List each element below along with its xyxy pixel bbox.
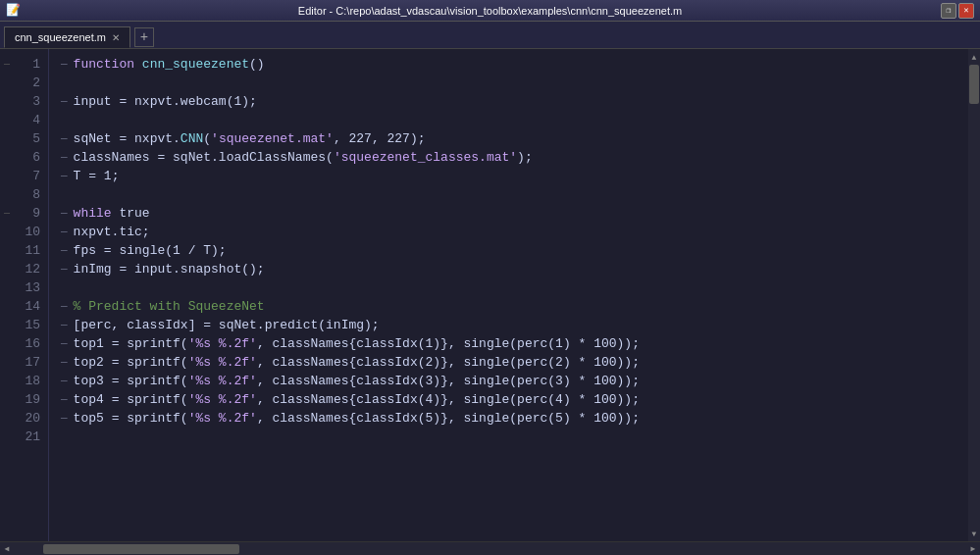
line-dash: — (61, 241, 68, 260)
code-line-13[interactable] (49, 278, 968, 297)
code-line-11[interactable]: — fps = single(1 / T); (49, 241, 968, 260)
h-scroll-track[interactable] (14, 542, 966, 555)
code-content: top3 = sprintf('%s %.2f', classNames{cla… (74, 372, 640, 390)
code-line-6[interactable]: — classNames = sqNet.loadClassNames('squ… (49, 148, 968, 167)
tab-bar: cnn_squeezenet.m ✕ + (0, 22, 980, 49)
line-dash: — (61, 167, 68, 185)
line-num-text: 5 (32, 129, 40, 148)
code-line-9[interactable]: — while true (49, 204, 968, 223)
line-dash: — (61, 372, 68, 390)
line-num-text: 16 (25, 334, 40, 353)
line-number-13: 13 (0, 278, 48, 297)
line-num-text: 1 (32, 55, 40, 74)
line-dash: — (61, 297, 68, 316)
line-num-text: 17 (25, 353, 40, 372)
line-dash: — (61, 204, 68, 223)
line-number-12: 12 (0, 260, 48, 278)
scroll-right-button[interactable]: ▶ (966, 542, 980, 556)
line-dash: — (61, 129, 68, 148)
line-number-1: —1 (0, 55, 48, 74)
fold-button-9[interactable]: — (4, 204, 10, 223)
line-num-text: 20 (25, 409, 40, 428)
line-number-11: 11 (0, 241, 48, 260)
line-number-2: 2 (0, 74, 48, 92)
code-line-18[interactable]: — top3 = sprintf('%s %.2f', classNames{c… (49, 372, 968, 390)
code-content: while true (74, 204, 150, 223)
line-number-4: 4 (0, 111, 48, 129)
code-area[interactable]: —function cnn_squeezenet()— input = nxpv… (49, 49, 968, 541)
code-content: nxpvt.tic; (74, 223, 150, 241)
tab-close-button[interactable]: ✕ (112, 32, 120, 43)
line-number-3: 3 (0, 92, 48, 111)
line-num-text: 2 (32, 74, 40, 92)
scroll-track[interactable] (968, 65, 980, 526)
restore-button[interactable]: ❐ (941, 3, 956, 19)
code-line-19[interactable]: — top4 = sprintf('%s %.2f', classNames{c… (49, 390, 968, 409)
line-dash: — (61, 334, 68, 353)
code-content: top1 = sprintf('%s %.2f', classNames{cla… (74, 334, 640, 353)
line-num-text: 21 (25, 428, 40, 446)
line-dash: — (61, 260, 68, 278)
code-line-2[interactable] (49, 74, 968, 92)
line-number-6: 6 (0, 148, 48, 167)
window-controls: ❐ ✕ (941, 3, 974, 19)
line-number-19: 19 (0, 390, 48, 409)
code-content: input = nxpvt.webcam(1); (74, 92, 257, 111)
scroll-thumb[interactable] (969, 65, 979, 104)
line-num-text: 6 (32, 148, 40, 167)
tab-cnn-squeezenet[interactable]: cnn_squeezenet.m ✕ (4, 26, 130, 48)
editor-body: —12345678—9101112131415161718192021 —fun… (0, 49, 980, 541)
code-content: sqNet = nxpvt.CNN('squeezenet.mat', 227,… (74, 129, 426, 148)
code-line-5[interactable]: — sqNet = nxpvt.CNN('squeezenet.mat', 22… (49, 129, 968, 148)
code-line-20[interactable]: — top5 = sprintf('%s %.2f', classNames{c… (49, 409, 968, 428)
code-line-21[interactable] (49, 428, 968, 446)
code-line-17[interactable]: — top2 = sprintf('%s %.2f', classNames{c… (49, 353, 968, 372)
scroll-down-button[interactable]: ▼ (968, 526, 980, 541)
code-line-12[interactable]: — inImg = input.snapshot(); (49, 260, 968, 278)
line-num-text: 7 (32, 167, 40, 185)
code-line-3[interactable]: — input = nxpvt.webcam(1); (49, 92, 968, 111)
line-number-20: 20 (0, 409, 48, 428)
line-dash: — (61, 223, 68, 241)
scroll-left-button[interactable]: ◀ (0, 542, 14, 556)
line-num-text: 4 (32, 111, 40, 129)
code-line-8[interactable] (49, 185, 968, 204)
line-num-text: 14 (25, 297, 40, 316)
code-line-14[interactable]: — % Predict with SqueezeNet (49, 297, 968, 316)
line-number-17: 17 (0, 353, 48, 372)
code-line-16[interactable]: — top1 = sprintf('%s %.2f', classNames{c… (49, 334, 968, 353)
tab-label: cnn_squeezenet.m (15, 31, 106, 43)
code-line-15[interactable]: — [perc, classIdx] = sqNet.predict(inImg… (49, 316, 968, 334)
line-numbers: —12345678—9101112131415161718192021 (0, 49, 49, 541)
line-num-text: 19 (25, 390, 40, 409)
line-number-8: 8 (0, 185, 48, 204)
horizontal-scrollbar[interactable]: ◀ ▶ (0, 541, 980, 555)
line-dash: — (61, 390, 68, 409)
code-line-7[interactable]: — T = 1; (49, 167, 968, 185)
line-number-7: 7 (0, 167, 48, 185)
vertical-scrollbar[interactable]: ▲ ▼ (968, 49, 980, 541)
line-number-21: 21 (0, 428, 48, 446)
line-dash: — (61, 92, 68, 111)
line-number-10: 10 (0, 223, 48, 241)
code-content: top4 = sprintf('%s %.2f', classNames{cla… (74, 390, 640, 409)
code-content: % Predict with SqueezeNet (74, 297, 265, 316)
line-number-15: 15 (0, 316, 48, 334)
code-line-10[interactable]: — nxpvt.tic; (49, 223, 968, 241)
code-content: top2 = sprintf('%s %.2f', classNames{cla… (74, 353, 640, 372)
scroll-up-button[interactable]: ▲ (968, 49, 980, 65)
tab-add-button[interactable]: + (134, 27, 154, 47)
code-content: fps = single(1 / T); (74, 241, 227, 260)
line-num-text: 9 (32, 204, 40, 223)
code-line-4[interactable] (49, 111, 968, 129)
line-num-text: 11 (25, 241, 40, 260)
h-scroll-thumb[interactable] (43, 544, 239, 554)
close-button[interactable]: ✕ (958, 3, 974, 19)
code-line-1[interactable]: —function cnn_squeezenet() (49, 55, 968, 74)
line-dash: — (61, 148, 68, 167)
line-number-14: 14 (0, 297, 48, 316)
fold-button-1[interactable]: — (4, 55, 10, 74)
line-num-text: 3 (32, 92, 40, 111)
line-num-text: 8 (32, 185, 40, 204)
code-content: T = 1; (74, 167, 120, 185)
